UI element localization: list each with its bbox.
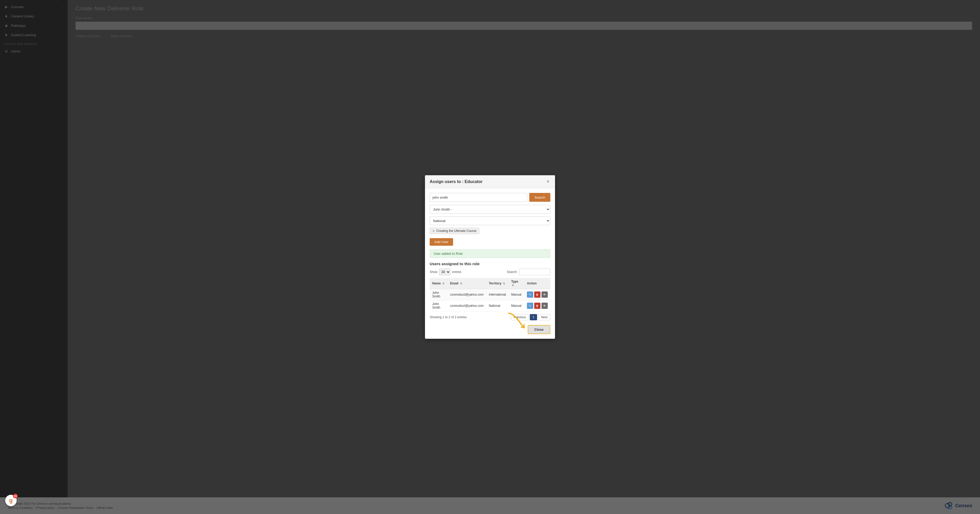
cell-name: John Smith	[430, 300, 447, 311]
cell-action: ✎ 🗑 👁	[524, 300, 550, 311]
show-entries-row: Show 10 25 50 entries Search:	[430, 268, 550, 275]
g-letter: g	[9, 497, 13, 504]
edit-button[interactable]: ✎	[527, 303, 533, 309]
next-button[interactable]: Next	[538, 314, 550, 320]
cell-type: Manual	[509, 300, 524, 311]
view-button[interactable]: 👁	[541, 303, 548, 309]
modal-overlay: Assign users to : Educator × Search John…	[68, 0, 980, 497]
entries-label: entries	[452, 270, 461, 274]
cell-name: John Smith	[430, 289, 447, 300]
close-button-row: Close	[430, 324, 550, 334]
col-territory: Territory ⇅	[486, 278, 509, 289]
pagination-controls: Previous 1 Next	[511, 314, 550, 320]
table-row: John Smith cosmoduct@yahoo.com National …	[430, 300, 550, 311]
table-search-input[interactable]	[519, 268, 550, 275]
course-tag: × Creating the Ultimate Course	[430, 228, 479, 234]
add-user-button[interactable]: Add User	[430, 238, 453, 246]
entries-select[interactable]: 10 25 50	[439, 268, 450, 275]
view-button[interactable]: 👁	[541, 292, 548, 298]
g-icon[interactable]: g 15	[5, 495, 17, 506]
territory-select[interactable]: National International	[430, 216, 550, 225]
edit-button[interactable]: ✎	[527, 292, 533, 298]
cell-email: cosmoduct@yahoo.com	[447, 289, 486, 300]
col-type: Type ⇅	[509, 278, 524, 289]
cell-type: Manual	[509, 289, 524, 300]
showing-text: Showing 1 to 2 of 2 entries	[430, 316, 466, 319]
col-action: Action	[524, 278, 550, 289]
cell-territory: National	[486, 300, 509, 311]
users-assigned-section-title: Users assigned to this role	[430, 262, 550, 266]
search-button[interactable]: Search	[529, 193, 550, 202]
modal-title: Assign users to : Educator	[430, 179, 483, 184]
main-content: Create New Deliverer Role Role Name Asse…	[68, 0, 980, 497]
previous-button[interactable]: Previous	[511, 314, 529, 320]
table-row: John Smith cosmoduct@yahoo.com Internati…	[430, 289, 550, 300]
page-1-button[interactable]: 1	[530, 314, 537, 320]
pagination-row: Showing 1 to 2 of 2 entries Previous 1 N…	[430, 314, 550, 320]
cell-email: cosmoduct@yahoo.com	[447, 300, 486, 311]
territory-sort-icon[interactable]: ⇅	[503, 282, 505, 285]
user-select[interactable]: John Smith -	[430, 205, 550, 214]
delete-button[interactable]: 🗑	[534, 303, 541, 309]
modal-body: Search John Smith - National Internation…	[425, 188, 555, 339]
tag-row: × Creating the Ultimate Course	[430, 228, 550, 234]
name-sort-icon[interactable]: ⇅	[442, 282, 444, 285]
modal-header: Assign users to : Educator ×	[425, 175, 555, 188]
col-email: Email ⇅	[447, 278, 486, 289]
cell-action: ✎ 🗑 👁	[524, 289, 550, 300]
tag-remove-icon[interactable]: ×	[433, 229, 434, 233]
tag-label: Creating the Ultimate Course	[436, 229, 476, 233]
search-row: Search	[430, 193, 550, 202]
type-sort-icon[interactable]: ⇅	[512, 284, 514, 287]
delete-button[interactable]: 🗑	[534, 292, 541, 298]
col-name: Name ⇅	[430, 278, 447, 289]
svg-marker-0	[520, 324, 525, 328]
success-message: User added to Role	[430, 249, 550, 258]
g-badge: 15	[13, 494, 18, 498]
users-table: Name ⇅ Email ⇅ Territory ⇅	[430, 278, 550, 311]
table-search-label: Search:	[507, 270, 517, 274]
table-header-row: Name ⇅ Email ⇅ Territory ⇅	[430, 278, 550, 289]
assign-users-modal: Assign users to : Educator × Search John…	[425, 175, 555, 339]
cell-territory: International	[486, 289, 509, 300]
close-button[interactable]: Close	[528, 325, 550, 334]
show-label: Show	[430, 270, 438, 274]
email-sort-icon[interactable]: ⇅	[460, 282, 462, 285]
modal-close-x-button[interactable]: ×	[546, 179, 550, 184]
user-search-input[interactable]	[430, 193, 527, 202]
